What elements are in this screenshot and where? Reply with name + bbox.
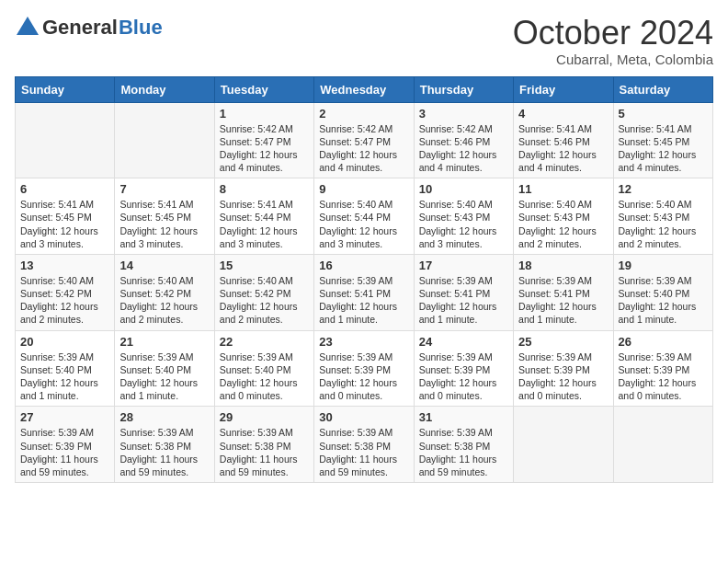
day-number: 4 <box>518 107 608 121</box>
day-detail: Sunrise: 5:42 AM Sunset: 5:47 PM Dayligh… <box>319 122 408 175</box>
day-number: 29 <box>220 410 309 424</box>
calendar-cell: 16Sunrise: 5:39 AM Sunset: 5:41 PM Dayli… <box>314 254 414 330</box>
calendar-cell <box>613 407 712 483</box>
calendar-cell: 17Sunrise: 5:39 AM Sunset: 5:41 PM Dayli… <box>414 254 513 330</box>
day-detail: Sunrise: 5:40 AM Sunset: 5:42 PM Dayligh… <box>20 274 109 327</box>
day-detail: Sunrise: 5:39 AM Sunset: 5:38 PM Dayligh… <box>119 426 209 478</box>
month-title: October 2024 <box>513 15 713 52</box>
day-number: 18 <box>518 259 608 272</box>
day-number: 22 <box>220 335 309 349</box>
calendar-cell: 8Sunrise: 5:41 AM Sunset: 5:44 PM Daylig… <box>214 178 313 255</box>
calendar-cell: 12Sunrise: 5:40 AM Sunset: 5:43 PM Dayli… <box>613 178 712 255</box>
day-number: 12 <box>619 182 708 196</box>
weekday-header-sunday: Sunday <box>16 76 115 102</box>
day-detail: Sunrise: 5:39 AM Sunset: 5:39 PM Dayligh… <box>518 350 608 403</box>
weekday-header-tuesday: Tuesday <box>214 76 313 102</box>
calendar-cell: 26Sunrise: 5:39 AM Sunset: 5:39 PM Dayli… <box>613 330 712 407</box>
day-detail: Sunrise: 5:42 AM Sunset: 5:46 PM Dayligh… <box>419 122 508 175</box>
day-detail: Sunrise: 5:40 AM Sunset: 5:44 PM Dayligh… <box>319 198 408 250</box>
calendar-cell: 14Sunrise: 5:40 AM Sunset: 5:42 PM Dayli… <box>115 254 214 330</box>
calendar-cell: 1Sunrise: 5:42 AM Sunset: 5:47 PM Daylig… <box>214 102 313 178</box>
day-number: 9 <box>319 182 408 196</box>
calendar-table: SundayMondayTuesdayWednesdayThursdayFrid… <box>15 76 713 483</box>
day-number: 26 <box>619 335 708 349</box>
day-detail: Sunrise: 5:39 AM Sunset: 5:40 PM Dayligh… <box>619 274 708 327</box>
day-number: 23 <box>319 335 408 349</box>
day-detail: Sunrise: 5:40 AM Sunset: 5:42 PM Dayligh… <box>119 274 209 327</box>
day-number: 5 <box>619 107 708 121</box>
day-detail: Sunrise: 5:39 AM Sunset: 5:39 PM Dayligh… <box>619 350 708 403</box>
day-number: 28 <box>119 410 209 424</box>
day-detail: Sunrise: 5:39 AM Sunset: 5:39 PM Dayligh… <box>20 426 109 478</box>
calendar-cell: 24Sunrise: 5:39 AM Sunset: 5:39 PM Dayli… <box>414 330 513 407</box>
svg-marker-0 <box>17 17 39 35</box>
calendar-week-row: 27Sunrise: 5:39 AM Sunset: 5:39 PM Dayli… <box>16 407 713 483</box>
calendar-cell <box>514 407 613 483</box>
calendar-cell: 3Sunrise: 5:42 AM Sunset: 5:46 PM Daylig… <box>414 102 513 178</box>
calendar-cell: 21Sunrise: 5:39 AM Sunset: 5:40 PM Dayli… <box>115 330 214 407</box>
day-detail: Sunrise: 5:39 AM Sunset: 5:40 PM Dayligh… <box>20 350 109 403</box>
logo: General Blue <box>15 15 163 40</box>
day-number: 25 <box>518 335 608 349</box>
day-number: 7 <box>119 182 209 196</box>
calendar-week-row: 20Sunrise: 5:39 AM Sunset: 5:40 PM Dayli… <box>16 330 713 407</box>
day-number: 16 <box>319 259 408 272</box>
calendar-cell: 7Sunrise: 5:41 AM Sunset: 5:45 PM Daylig… <box>115 178 214 255</box>
calendar-cell: 15Sunrise: 5:40 AM Sunset: 5:42 PM Dayli… <box>214 254 313 330</box>
day-detail: Sunrise: 5:39 AM Sunset: 5:38 PM Dayligh… <box>220 426 309 478</box>
calendar-cell: 6Sunrise: 5:41 AM Sunset: 5:45 PM Daylig… <box>16 178 115 255</box>
logo-general-text: General <box>42 16 118 40</box>
calendar-cell: 2Sunrise: 5:42 AM Sunset: 5:47 PM Daylig… <box>314 102 414 178</box>
day-detail: Sunrise: 5:41 AM Sunset: 5:45 PM Dayligh… <box>20 198 109 250</box>
day-number: 31 <box>419 410 508 424</box>
day-detail: Sunrise: 5:39 AM Sunset: 5:38 PM Dayligh… <box>319 426 408 478</box>
day-number: 20 <box>20 335 109 349</box>
calendar-cell: 4Sunrise: 5:41 AM Sunset: 5:46 PM Daylig… <box>514 102 613 178</box>
calendar-cell <box>115 102 214 178</box>
day-number: 14 <box>119 259 209 272</box>
day-number: 15 <box>220 259 309 272</box>
day-detail: Sunrise: 5:42 AM Sunset: 5:47 PM Dayligh… <box>220 122 309 175</box>
calendar-week-row: 13Sunrise: 5:40 AM Sunset: 5:42 PM Dayli… <box>16 254 713 330</box>
day-detail: Sunrise: 5:41 AM Sunset: 5:45 PM Dayligh… <box>119 198 209 250</box>
day-detail: Sunrise: 5:40 AM Sunset: 5:43 PM Dayligh… <box>419 198 508 250</box>
day-number: 13 <box>20 259 109 272</box>
day-number: 3 <box>419 107 508 121</box>
calendar-week-row: 1Sunrise: 5:42 AM Sunset: 5:47 PM Daylig… <box>16 102 713 178</box>
calendar-cell: 10Sunrise: 5:40 AM Sunset: 5:43 PM Dayli… <box>414 178 513 255</box>
day-number: 8 <box>220 182 309 196</box>
day-detail: Sunrise: 5:39 AM Sunset: 5:41 PM Dayligh… <box>319 274 408 327</box>
weekday-header-friday: Friday <box>514 76 613 102</box>
day-number: 17 <box>419 259 508 272</box>
day-number: 19 <box>619 259 708 272</box>
calendar-cell: 27Sunrise: 5:39 AM Sunset: 5:39 PM Dayli… <box>16 407 115 483</box>
location-subtitle: Cubarral, Meta, Colombia <box>513 52 713 67</box>
calendar-cell: 30Sunrise: 5:39 AM Sunset: 5:38 PM Dayli… <box>314 407 414 483</box>
calendar-cell: 25Sunrise: 5:39 AM Sunset: 5:39 PM Dayli… <box>514 330 613 407</box>
weekday-header-row: SundayMondayTuesdayWednesdayThursdayFrid… <box>16 76 713 102</box>
logo-icon <box>15 15 40 40</box>
calendar-cell: 23Sunrise: 5:39 AM Sunset: 5:39 PM Dayli… <box>314 330 414 407</box>
day-detail: Sunrise: 5:39 AM Sunset: 5:41 PM Dayligh… <box>419 274 508 327</box>
day-detail: Sunrise: 5:40 AM Sunset: 5:42 PM Dayligh… <box>220 274 309 327</box>
calendar-cell: 11Sunrise: 5:40 AM Sunset: 5:43 PM Dayli… <box>514 178 613 255</box>
calendar-cell: 20Sunrise: 5:39 AM Sunset: 5:40 PM Dayli… <box>16 330 115 407</box>
day-detail: Sunrise: 5:39 AM Sunset: 5:40 PM Dayligh… <box>220 350 309 403</box>
day-detail: Sunrise: 5:41 AM Sunset: 5:44 PM Dayligh… <box>220 198 309 250</box>
day-number: 21 <box>119 335 209 349</box>
weekday-header-saturday: Saturday <box>613 76 712 102</box>
day-detail: Sunrise: 5:39 AM Sunset: 5:40 PM Dayligh… <box>119 350 209 403</box>
day-number: 1 <box>220 107 309 121</box>
day-number: 27 <box>20 410 109 424</box>
page-header: General Blue October 2024 Cubarral, Meta… <box>15 15 713 67</box>
day-number: 30 <box>319 410 408 424</box>
calendar-cell: 29Sunrise: 5:39 AM Sunset: 5:38 PM Dayli… <box>214 407 313 483</box>
calendar-week-row: 6Sunrise: 5:41 AM Sunset: 5:45 PM Daylig… <box>16 178 713 255</box>
day-detail: Sunrise: 5:40 AM Sunset: 5:43 PM Dayligh… <box>619 198 708 250</box>
calendar-cell: 13Sunrise: 5:40 AM Sunset: 5:42 PM Dayli… <box>16 254 115 330</box>
logo-blue-text: Blue <box>119 16 163 40</box>
day-number: 6 <box>20 182 109 196</box>
day-detail: Sunrise: 5:41 AM Sunset: 5:46 PM Dayligh… <box>518 122 608 175</box>
day-number: 10 <box>419 182 508 196</box>
weekday-header-thursday: Thursday <box>414 76 513 102</box>
